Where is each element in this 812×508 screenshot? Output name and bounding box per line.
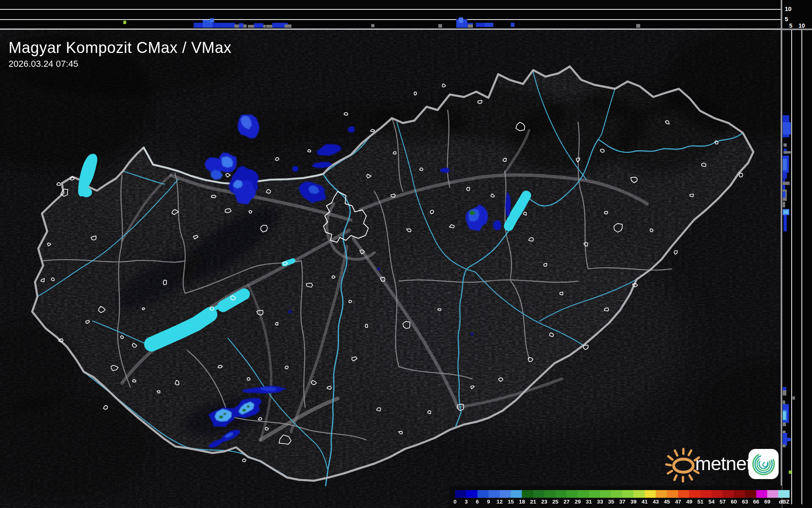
top-profile-echo — [371, 24, 374, 27]
dbz-swatch — [522, 490, 533, 498]
top-profile-echo — [254, 23, 263, 28]
top-profile-echo — [212, 23, 235, 28]
dbz-label: 18 — [519, 499, 525, 505]
top-profile-echo — [438, 24, 442, 28]
right-height-profile — [782, 30, 812, 508]
dbz-swatch — [455, 490, 466, 498]
dbz-swatch — [511, 490, 522, 498]
dbz-label: 12 — [497, 499, 503, 505]
radar-map-canvas — [0, 0, 812, 508]
radar-composite-screen: 10 5 5 10 Magyar Kompozit CMax / VMax 20… — [0, 0, 812, 508]
dbz-label: 3 — [465, 499, 468, 505]
page-title: Magyar Kompozit CMax / VMax — [9, 39, 232, 56]
dbz-color-bar — [455, 490, 790, 498]
dbz-label: 69 — [764, 499, 770, 505]
terrain-ridges — [0, 0, 812, 508]
dbz-label: 63 — [742, 499, 748, 505]
dbz-label: 45 — [664, 499, 670, 505]
dbz-label: 23 — [541, 499, 547, 505]
dbz-swatch — [466, 490, 477, 498]
dbz-label: 49 — [686, 499, 692, 505]
dbz-swatch — [767, 490, 778, 498]
dbz-label: 37 — [619, 499, 625, 505]
right-profile-echo — [783, 411, 786, 420]
right-profile-echo — [783, 159, 787, 170]
dbz-swatch-overflow — [778, 490, 789, 498]
top-profile-echo — [239, 23, 243, 28]
dbz-swatch — [667, 490, 678, 498]
dbz-swatch — [734, 490, 745, 498]
right-profile-echo — [784, 210, 788, 214]
metnet-logo[interactable]: metnet — [666, 445, 784, 484]
dbz-swatch — [477, 490, 488, 498]
dbz-label: 27 — [563, 499, 569, 505]
dbz-swatch — [656, 490, 667, 498]
dbz-swatch — [589, 490, 600, 498]
dbz-label: 33 — [597, 499, 603, 505]
dbz-label: 0 — [453, 499, 457, 505]
dbz-swatch — [745, 490, 756, 498]
dbz-label: 41 — [641, 499, 648, 505]
dbz-legend: 0369121518212325272931333537394143454749… — [449, 486, 782, 508]
dbz-swatch — [544, 490, 555, 498]
scale-corner: 10 5 5 10 — [782, 0, 812, 30]
dbz-swatch — [722, 490, 733, 498]
metnet-app-icon[interactable] — [748, 449, 779, 479]
dbz-swatch — [633, 490, 644, 498]
gridline-5km-v — [791, 30, 792, 504]
dbz-label: 25 — [552, 499, 558, 505]
gridline-10km — [0, 9, 782, 10]
dbz-label: 47 — [675, 499, 681, 505]
right-profile-echo — [783, 390, 786, 396]
dbz-swatch — [600, 490, 611, 498]
right-profile-echo — [783, 422, 786, 426]
top-profile-echo — [485, 23, 493, 27]
dbz-unit-label: dBZ — [779, 499, 789, 505]
dbz-swatch — [622, 490, 633, 498]
right-axis-label-5: 5 — [789, 23, 792, 29]
right-profile-echo — [783, 202, 785, 207]
top-profile-echo — [476, 23, 485, 27]
dbz-swatch — [533, 490, 544, 498]
top-profile-echo — [123, 21, 126, 24]
top-axis-label-5: 5 — [785, 16, 788, 22]
right-profile-echo — [783, 172, 787, 179]
right-profile-echo — [783, 191, 786, 198]
dbz-swatch — [756, 490, 767, 498]
dbz-swatch — [500, 490, 511, 498]
top-height-profile — [0, 0, 782, 29]
right-profile-echo — [783, 122, 791, 134]
dbz-label: 43 — [653, 499, 659, 505]
gridline-5km — [0, 19, 782, 20]
dbz-label: 35 — [608, 499, 614, 505]
dbz-swatch — [689, 490, 700, 498]
metnet-wordmark: metnet — [695, 452, 751, 475]
dbz-swatch — [611, 490, 622, 498]
right-profile-echo — [789, 471, 792, 474]
dbz-swatch — [700, 490, 711, 498]
dbz-swatch — [556, 490, 567, 498]
right-profile-echo — [784, 143, 787, 147]
top-profile-echo — [459, 18, 463, 23]
right-axis-label-10: 10 — [799, 23, 805, 29]
top-strip-border — [0, 29, 782, 30]
dbz-label: 60 — [731, 499, 737, 505]
title-block: Magyar Kompozit CMax / VMax 2026.03.24 0… — [9, 39, 232, 70]
dbz-swatch — [678, 490, 689, 498]
top-profile-echo — [468, 24, 473, 28]
right-profile-echo — [787, 438, 791, 441]
dbz-swatch — [645, 490, 656, 498]
right-profile-echo — [784, 151, 791, 154]
dbz-label: 29 — [575, 499, 581, 505]
dbz-label: 9 — [487, 499, 490, 505]
top-profile-echo — [636, 24, 640, 28]
dbz-label: 54 — [709, 499, 715, 505]
right-profile-echo — [784, 215, 787, 231]
dbz-label: 57 — [720, 499, 726, 505]
gridline-10km-v — [801, 30, 802, 504]
dbz-label: 66 — [753, 499, 759, 505]
top-profile-echo — [210, 18, 214, 22]
dbz-swatch — [711, 490, 722, 498]
right-profile-echo — [792, 396, 795, 400]
dbz-label: 6 — [476, 499, 479, 505]
